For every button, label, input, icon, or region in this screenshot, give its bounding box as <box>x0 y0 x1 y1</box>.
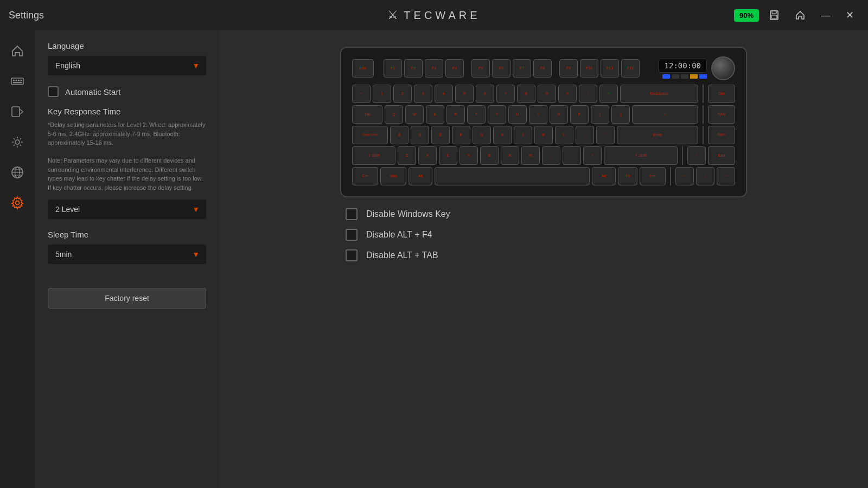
key-end[interactable]: End <box>708 146 735 165</box>
key-o[interactable]: O <box>550 105 568 124</box>
language-dropdown[interactable]: English Chinese Japanese Korean <box>48 56 206 75</box>
key-q[interactable]: Q <box>385 105 403 124</box>
key-d[interactable]: D <box>431 126 450 144</box>
key-equals[interactable]: = <box>599 85 618 103</box>
key-pgup[interactable]: PgUp <box>708 105 735 124</box>
key-pgdn[interactable]: PgDn <box>708 126 735 144</box>
key-lctrl[interactable]: Ctrl <box>352 167 378 185</box>
key-rctrl[interactable]: Ctrl <box>640 167 666 185</box>
key-1[interactable]: 1 <box>373 85 391 103</box>
automatic-start-checkbox[interactable] <box>48 86 59 97</box>
minimize-button[interactable]: — <box>815 7 836 24</box>
key-a[interactable]: A <box>390 126 409 144</box>
close-button[interactable]: ✕ <box>840 6 859 24</box>
home-title-button[interactable] <box>789 7 811 24</box>
nav-keyboard-icon[interactable] <box>5 69 29 93</box>
key-w[interactable]: W <box>405 105 424 124</box>
key-4[interactable]: 4 <box>435 85 453 103</box>
key-lshift[interactable]: ⇧ Shift <box>352 146 395 165</box>
key-n[interactable]: N <box>501 146 519 165</box>
nav-settings-icon[interactable] <box>5 191 29 215</box>
key-f12[interactable]: F12 <box>621 59 640 78</box>
key-backspace[interactable]: Backspace <box>620 85 698 103</box>
key-quote[interactable]: ' <box>596 126 615 144</box>
key-i[interactable]: I <box>529 105 547 124</box>
nav-macro-icon[interactable] <box>5 100 29 124</box>
key-f1[interactable]: F1 <box>384 59 402 78</box>
key-tab[interactable]: Tab <box>352 105 382 124</box>
key-z[interactable]: Z <box>398 146 416 165</box>
key-win[interactable]: Win <box>380 167 406 185</box>
key-del[interactable]: Del <box>708 85 735 103</box>
key-down[interactable]: ↓ <box>696 167 714 185</box>
key-y[interactable]: Y <box>488 105 506 124</box>
save-icon-button[interactable] <box>763 7 785 24</box>
key-g[interactable]: G <box>473 126 491 144</box>
key-backslash[interactable]: \ <box>632 105 698 124</box>
key-f8[interactable]: F8 <box>533 59 552 78</box>
nav-lighting-icon[interactable] <box>5 130 29 154</box>
key-esc[interactable]: Esc <box>352 59 374 78</box>
key-f2[interactable]: F2 <box>404 59 423 78</box>
key-f7[interactable]: F7 <box>513 59 531 78</box>
key-f3[interactable]: F3 <box>425 59 443 78</box>
disable-alt-f4-checkbox[interactable] <box>346 229 358 241</box>
key-f11[interactable]: F11 <box>601 59 619 78</box>
key-comma[interactable]: , <box>542 146 560 165</box>
key-slash[interactable]: / <box>583 146 602 165</box>
key-tilde[interactable]: ~ <box>352 85 371 103</box>
key-fn[interactable]: Fn <box>618 167 637 185</box>
key-lalt[interactable]: Alt <box>409 167 432 185</box>
key-s[interactable]: S <box>411 126 429 144</box>
key-left[interactable]: ← <box>675 167 694 185</box>
key-f6[interactable]: F6 <box>492 59 510 78</box>
key-lbracket[interactable]: [ <box>591 105 609 124</box>
key-period[interactable]: . <box>563 146 581 165</box>
key-response-dropdown[interactable]: 1 Level 2 Level 3 Level <box>48 200 206 219</box>
key-2[interactable]: 2 <box>393 85 412 103</box>
key-t[interactable]: T <box>467 105 486 124</box>
key-f[interactable]: F <box>452 126 470 144</box>
key-rshift[interactable]: ⇧ Shift <box>604 146 678 165</box>
key-m[interactable]: M <box>521 146 540 165</box>
key-0[interactable]: 0 <box>558 85 577 103</box>
key-capslock[interactable]: Caps Lock <box>352 126 388 144</box>
key-6[interactable]: 6 <box>476 85 494 103</box>
key-c[interactable]: C <box>439 146 457 165</box>
key-v[interactable]: V <box>459 146 478 165</box>
key-8[interactable]: 8 <box>517 85 535 103</box>
nav-home-icon[interactable] <box>5 39 29 63</box>
key-5[interactable]: 5 <box>455 85 474 103</box>
key-9[interactable]: 9 <box>538 85 556 103</box>
key-rbracket[interactable]: ] <box>611 105 630 124</box>
key-3[interactable]: 3 <box>414 85 432 103</box>
key-h[interactable]: H <box>493 126 512 144</box>
keyboard-knob[interactable] <box>711 56 735 80</box>
key-x[interactable]: X <box>418 146 437 165</box>
key-7[interactable]: 7 <box>496 85 515 103</box>
sleep-time-dropdown[interactable]: 1min 5min 10min 30min Never <box>48 245 206 264</box>
key-f9[interactable]: F9 <box>559 59 578 78</box>
key-f5[interactable]: F5 <box>471 59 490 78</box>
key-p[interactable]: P <box>570 105 589 124</box>
nav-network-icon[interactable] <box>5 160 29 184</box>
key-enter[interactable]: Enter <box>617 126 698 144</box>
key-up[interactable]: ↑ <box>687 146 706 165</box>
key-k[interactable]: K <box>534 126 553 144</box>
key-r[interactable]: R <box>446 105 465 124</box>
key-f4[interactable]: F4 <box>445 59 464 78</box>
key-minus[interactable]: - <box>579 85 597 103</box>
key-b[interactable]: B <box>480 146 499 165</box>
key-space[interactable] <box>435 167 590 185</box>
key-f10[interactable]: F10 <box>580 59 598 78</box>
key-semicolon[interactable]: ; <box>576 126 594 144</box>
key-j[interactable]: J <box>514 126 532 144</box>
disable-alt-tab-checkbox[interactable] <box>346 249 358 261</box>
key-u[interactable]: U <box>508 105 527 124</box>
key-e[interactable]: E <box>426 105 444 124</box>
key-l[interactable]: L <box>555 126 573 144</box>
factory-reset-button[interactable]: Factory reset <box>48 288 206 309</box>
disable-windows-key-checkbox[interactable] <box>346 208 358 220</box>
key-ralt[interactable]: Alt <box>592 167 616 185</box>
key-right[interactable]: → <box>717 167 735 185</box>
